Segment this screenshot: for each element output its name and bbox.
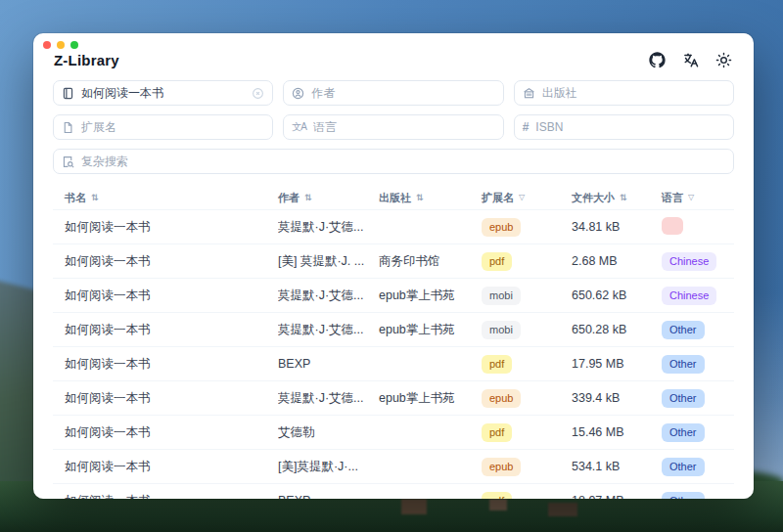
- book-title-cell: 如何阅读一本书: [53, 390, 278, 407]
- language-badge: Other: [662, 458, 705, 476]
- author-icon: [292, 87, 304, 100]
- book-title-cell: 如何阅读一本书: [53, 322, 278, 338]
- publisher-search-field[interactable]: [514, 80, 734, 106]
- column-header-title[interactable]: 书名 ⇅: [53, 191, 278, 205]
- isbn-search-field[interactable]: #: [514, 114, 734, 140]
- desktop-wallpaper: Z-Library: [0, 0, 783, 532]
- extension-badge: pdf: [482, 252, 512, 271]
- table-row[interactable]: 如何阅读一本书 [美] 莫提默·J. ... 商务印书馆 pdf 2.68 MB…: [53, 244, 734, 278]
- hash-icon: #: [523, 121, 530, 133]
- language-cell: Other: [662, 355, 734, 374]
- table-row[interactable]: 如何阅读一本书 莫提默·J·艾德... epub掌上书苑 epub 339.4 …: [53, 380, 734, 415]
- table-row[interactable]: 如何阅读一本书 BEXP pdf 18.97 MB Other: [53, 483, 734, 499]
- language-badge: Other: [662, 321, 705, 339]
- title-search-input[interactable]: [81, 86, 245, 100]
- filesize-cell: 339.4 kB: [572, 391, 662, 405]
- language-search-field[interactable]: 文A: [283, 114, 503, 140]
- table-row[interactable]: 如何阅读一本书 莫提默·J·艾德... epub掌上书苑 mobi 650.62…: [53, 278, 734, 312]
- complex-search-field[interactable]: [53, 149, 734, 174]
- search-form: 文A #: [33, 68, 754, 140]
- sort-icon[interactable]: ⇅: [620, 194, 627, 202]
- author-search-field[interactable]: [283, 80, 503, 106]
- title-search-field[interactable]: [53, 80, 273, 106]
- language-badge: Other: [662, 389, 705, 408]
- extension-cell: pdf: [482, 423, 572, 442]
- clear-icon[interactable]: [252, 87, 264, 100]
- publisher-cell: epub掌上书苑: [379, 390, 482, 407]
- filesize-cell: 34.81 kB: [572, 220, 662, 234]
- language-search-input[interactable]: [313, 120, 495, 134]
- minimize-window-button[interactable]: [57, 41, 65, 49]
- filesize-cell: 2.68 MB: [572, 254, 662, 268]
- extension-badge: mobi: [482, 321, 521, 339]
- author-cell: 莫提默·J·艾德...: [278, 219, 379, 236]
- author-cell: BEXP: [278, 357, 379, 371]
- table-row[interactable]: 如何阅读一本书 莫提默·J·艾德... epub 34.81 kB: [53, 209, 734, 244]
- language-badge: Chinese: [662, 252, 716, 271]
- column-header-publisher[interactable]: 出版社 ⇅: [379, 191, 482, 205]
- filter-icon[interactable]: ▽: [519, 194, 525, 201]
- theme-light-icon[interactable]: [714, 51, 732, 68]
- language-badge: Other: [662, 355, 705, 374]
- table-header-row: 书名 ⇅ 作者 ⇅ 出版社 ⇅ 扩展名 ▽ 文件大小 ⇅: [53, 186, 734, 209]
- zoom-window-button[interactable]: [70, 41, 78, 49]
- filesize-cell: 534.1 kB: [572, 460, 662, 473]
- table-body: 如何阅读一本书 莫提默·J·艾德... epub 34.81 kB 如何阅读一本…: [53, 209, 734, 499]
- isbn-search-input[interactable]: [535, 120, 725, 134]
- language-cell: [662, 217, 734, 238]
- app-title: Z-Library: [54, 52, 119, 68]
- column-header-language[interactable]: 语言 ▽: [662, 191, 734, 205]
- column-header-extension[interactable]: 扩展名 ▽: [482, 191, 572, 205]
- author-cell: 莫提默·J·艾德...: [278, 390, 379, 407]
- language-cell: Other: [662, 492, 734, 500]
- github-icon[interactable]: [648, 51, 666, 68]
- publisher-icon: [523, 87, 535, 100]
- table-row[interactable]: 如何阅读一本书 莫提默·J·艾德... epub掌上书苑 mobi 650.28…: [53, 312, 734, 346]
- author-cell: [美]莫提默·J·...: [278, 459, 379, 475]
- author-cell: BEXP: [278, 494, 379, 499]
- sort-icon[interactable]: ⇅: [91, 194, 99, 202]
- book-title-cell: 如何阅读一本书: [53, 424, 278, 441]
- sort-icon[interactable]: ⇅: [416, 194, 424, 202]
- app-header: Z-Library: [33, 49, 754, 68]
- author-cell: 莫提默·J·艾德...: [278, 322, 379, 338]
- language-cell: Other: [662, 321, 734, 339]
- extension-badge: pdf: [482, 423, 512, 442]
- translate-icon[interactable]: [681, 51, 699, 68]
- column-header-filesize[interactable]: 文件大小 ⇅: [572, 191, 662, 205]
- extension-search-field[interactable]: [53, 114, 273, 140]
- extension-badge: pdf: [482, 355, 512, 374]
- filesize-cell: 17.95 MB: [572, 357, 662, 371]
- table-row[interactable]: 如何阅读一本书 [美]莫提默·J·... epub 534.1 kB Other: [53, 449, 734, 483]
- language-cell: Other: [662, 423, 734, 442]
- table-row[interactable]: 如何阅读一本书 BEXP pdf 17.95 MB Other: [53, 346, 734, 380]
- filesize-cell: 650.28 kB: [572, 323, 662, 336]
- filesize-cell: 18.97 MB: [572, 494, 662, 499]
- language-badge: Chinese: [662, 287, 716, 305]
- close-window-button[interactable]: [43, 41, 51, 49]
- extension-badge: pdf: [482, 492, 512, 500]
- extension-cell: pdf: [482, 252, 572, 271]
- extension-cell: epub: [482, 218, 572, 237]
- complex-search-input[interactable]: [81, 155, 725, 168]
- sort-icon[interactable]: ⇅: [304, 194, 312, 202]
- filter-icon[interactable]: ▽: [688, 194, 694, 201]
- book-title-cell: 如何阅读一本书: [53, 459, 278, 475]
- file-icon: [62, 121, 74, 134]
- publisher-search-input[interactable]: [542, 86, 725, 100]
- language-cell: Chinese: [662, 287, 734, 305]
- author-search-input[interactable]: [311, 86, 494, 100]
- building-decoration: [489, 499, 507, 510]
- table-row[interactable]: 如何阅读一本书 艾德勒 pdf 15.46 MB Other: [53, 415, 734, 449]
- extension-search-input[interactable]: [81, 120, 264, 134]
- language-cell: Other: [662, 389, 734, 408]
- column-header-author[interactable]: 作者 ⇅: [278, 191, 379, 205]
- extension-cell: pdf: [482, 492, 572, 500]
- author-cell: 莫提默·J·艾德...: [278, 288, 379, 304]
- language-cell: Chinese: [662, 252, 734, 271]
- building-decoration: [401, 499, 427, 514]
- extension-cell: mobi: [482, 321, 572, 339]
- book-title-cell: 如何阅读一本书: [53, 493, 278, 500]
- translate-icon: 文A: [292, 122, 306, 132]
- extension-badge: mobi: [482, 287, 521, 305]
